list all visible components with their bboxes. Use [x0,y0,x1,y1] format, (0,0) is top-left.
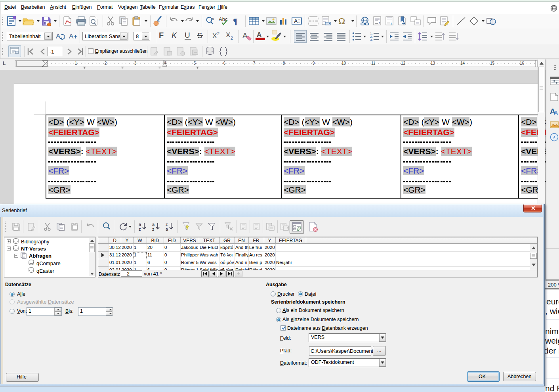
svg-text:a: a [212,17,214,21]
svg-text:K: K [172,31,177,40]
svg-text:¶: ¶ [233,16,238,26]
svg-text:2: 2 [231,36,233,40]
svg-text:A: A [294,18,298,24]
svg-text:X: X [226,31,230,39]
svg-text:Ω: Ω [338,16,345,26]
svg-text:i: i [391,22,392,25]
svg-text:U: U [185,31,190,39]
svg-text:A: A [69,33,74,40]
svg-text:a: a [139,222,141,227]
svg-text:3.: 3. [370,38,373,41]
svg-text:2: 2 [217,31,219,36]
svg-text:z: z [166,222,168,227]
svg-text:A: A [554,109,558,116]
svg-text:A: A [56,33,61,40]
svg-text:1: 1 [379,21,381,25]
svg-text:A: A [257,31,261,38]
svg-text:z: z [152,227,155,231]
svg-text:a: a [166,227,168,231]
svg-text:a: a [152,222,155,227]
svg-text:X: X [212,32,217,40]
svg-text:z: z [139,227,141,231]
svg-text:A: A [242,31,248,40]
svg-text:F: F [159,31,164,40]
